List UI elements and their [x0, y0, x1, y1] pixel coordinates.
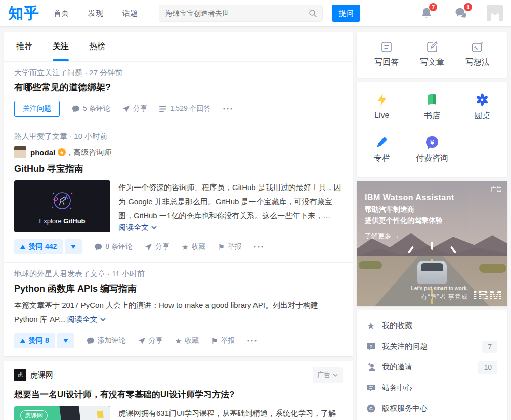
link-my-invitations[interactable]: 我的邀请 10	[367, 357, 497, 378]
upvote-button[interactable]: 赞同 8	[14, 333, 55, 348]
article-content: Explore GitHub 作为一个资深的咨询师、程序员，GitHub 是我用…	[14, 180, 343, 232]
personal-links-card: ★ 我的收藏 ? 我关注的问题 7 我的邀请 10 站务中心	[357, 310, 507, 420]
share-icon	[145, 243, 152, 251]
search-input[interactable]	[165, 9, 309, 17]
ad-title[interactable]: 想要当一名UI设计师，有没有零基础的UI设计师学习方法?	[14, 389, 343, 400]
favorite-link[interactable]: ★ 收藏	[175, 336, 199, 345]
downvote-button[interactable]	[65, 239, 82, 254]
share-link[interactable]: 分享	[145, 242, 169, 251]
write-answer-button[interactable]: 写回答	[374, 41, 399, 68]
article-title[interactable]: GitHub 寻宝指南	[14, 163, 343, 175]
zhihu-page: 知乎 首页 发现 话题 提问 7 1	[0, 0, 511, 420]
flag-icon: ⚑	[211, 337, 218, 345]
ask-question-button[interactable]: 提问	[332, 5, 360, 22]
ad-label: 广告	[490, 185, 502, 194]
excerpt-column: 作为一个资深的咨询师、程序员，GitHub 是我用过的最好工具，因为 Googl…	[118, 180, 343, 232]
advertiser-logo[interactable]: 虎	[14, 369, 26, 381]
zhihu-logo[interactable]: 知乎	[8, 6, 39, 21]
article-excerpt: 本篇文章基于 2017 PyCon 大会上的演讲：How to make a g…	[14, 298, 343, 326]
write-idea-button[interactable]: 写想法	[465, 41, 490, 68]
write-article-icon	[427, 41, 438, 53]
triangle-down-icon	[71, 245, 76, 249]
advertiser-name[interactable]: 虎课网	[30, 370, 53, 380]
count-badge: 7	[482, 341, 497, 353]
more-button[interactable]	[254, 246, 263, 248]
pinwheel-icon	[476, 93, 489, 106]
tab-recommend[interactable]: 推荐	[16, 32, 32, 61]
search-icon[interactable]	[309, 9, 317, 18]
ad-excerpt: 虎课网拥有631门UI学习课程，从基础到精通，系统化学习，了解	[118, 406, 343, 420]
ad-thumbnail[interactable]: 虎课网 0基础入门	[14, 406, 110, 420]
author-headline: ，高级咨询师	[66, 148, 111, 157]
messages-badge: 1	[464, 3, 472, 11]
author-name[interactable]: phodal	[30, 148, 55, 157]
ad-copy: IBM Watson Assistant 帮助汽车制造商 提供更个性化的驾乘体验…	[365, 193, 454, 241]
link-my-followed-questions[interactable]: ? 我关注的问题 7	[367, 336, 497, 357]
triangle-up-icon	[20, 339, 25, 343]
star-icon: ★	[182, 243, 188, 251]
more-button[interactable]	[223, 108, 232, 110]
report-link[interactable]: ⚑ 举报	[211, 336, 235, 345]
follow-question-button[interactable]: 关注问题	[14, 101, 60, 117]
favorite-link[interactable]: ★ 收藏	[182, 242, 205, 251]
more-button[interactable]	[247, 340, 257, 342]
upvote-button[interactable]: 赞同 442	[14, 239, 63, 254]
cat-avatar-graphic	[489, 11, 500, 21]
write-idea-icon	[472, 41, 484, 53]
nav-discover[interactable]: 发现	[88, 9, 103, 18]
write-answer-icon	[381, 41, 392, 53]
search-box[interactable]	[159, 5, 323, 22]
question-title[interactable]: 有哪些常见的道德绑架?	[14, 81, 343, 94]
feedback-bubble-icon	[367, 384, 377, 392]
huke-logo: 虎课网	[20, 410, 48, 420]
article-title[interactable]: Python 函数库 APIs 编写指南	[14, 283, 343, 295]
article-thumbnail[interactable]: Explore GitHub	[14, 180, 110, 232]
messages-button[interactable]: 1	[455, 7, 467, 19]
header-right: 7 1	[398, 5, 503, 21]
slogan-cn: 有“智”者 事竟成	[411, 293, 468, 301]
nav-topics[interactable]: 话题	[122, 9, 138, 18]
flag-icon: ⚑	[218, 243, 224, 251]
comments-link[interactable]: 添加评论	[87, 336, 126, 345]
link-copyright-service-center[interactable]: C 版权服务中心	[367, 398, 497, 419]
answers-link[interactable]: 1,529 个回答	[159, 104, 211, 113]
read-more-link[interactable]: 阅读全文	[67, 312, 106, 326]
chevron-down-icon	[333, 374, 338, 377]
apps-card: Live 书店 圆桌 专栏 ¥ 付费咨询	[357, 82, 507, 177]
tab-hot[interactable]: 热榜	[89, 32, 105, 61]
comments-link[interactable]: 5 条评论	[72, 104, 110, 113]
author-avatar[interactable]	[14, 146, 26, 158]
share-link[interactable]: 分享	[122, 104, 147, 113]
link-site-service-center[interactable]: 站务中心	[367, 378, 497, 398]
feed-meta: 地球的外星人君发表了文章 · 11 小时前	[14, 269, 343, 279]
live-entry[interactable]: Live	[357, 93, 407, 121]
downvote-button[interactable]	[57, 333, 74, 348]
tab-following[interactable]: 关注	[53, 32, 69, 61]
read-more-link[interactable]: 阅读全文	[118, 223, 157, 232]
ad-label-chip[interactable]: 广告	[313, 367, 343, 383]
bookstore-entry[interactable]: 书店	[407, 93, 457, 121]
user-avatar[interactable]	[487, 5, 503, 21]
paid-consult-entry[interactable]: ¥ 付费咨询	[407, 135, 457, 164]
report-link[interactable]: ⚑ 举报	[218, 242, 241, 251]
sidebar-ad-ibm[interactable]: 广告 IBM Watson Assistant 帮助汽车制造商 提供更个性化的驾…	[357, 181, 507, 306]
ad-roadside-bush	[359, 261, 382, 269]
roundtable-entry[interactable]: 圆桌	[457, 93, 507, 121]
excerpt-column: 虎课网拥有631门UI学习课程，从基础到精通，系统化学习，了解	[118, 406, 343, 420]
star-icon: ★	[175, 337, 182, 345]
action-row: 赞同 442 8 条评论 分享 ★ 收藏	[14, 239, 343, 254]
ad-footer: Let's put smart to work. 有“智”者 事竟成 IBM	[411, 286, 502, 301]
feed-item-question: 大学而立关注了问题 · 27 分钟前 有哪些常见的道德绑架? 关注问题 5 条评…	[4, 62, 353, 125]
column-entry[interactable]: 专栏	[357, 135, 407, 164]
share-link[interactable]: 分享	[138, 336, 163, 345]
write-article-button[interactable]: 写文章	[420, 41, 444, 68]
comments-link[interactable]: 8 条评论	[94, 242, 133, 251]
more-icon	[247, 340, 257, 342]
feed-meta: 大学而立关注了问题 · 27 分钟前	[14, 68, 343, 78]
learn-more-link[interactable]: 了解更多 →	[365, 231, 454, 241]
notifications-button[interactable]: 7	[420, 7, 433, 19]
link-my-favorites[interactable]: ★ 我的收藏	[367, 315, 497, 336]
svg-text:C: C	[369, 406, 373, 411]
nav-home[interactable]: 首页	[54, 9, 69, 18]
verified-badge-icon: ★	[58, 148, 66, 156]
